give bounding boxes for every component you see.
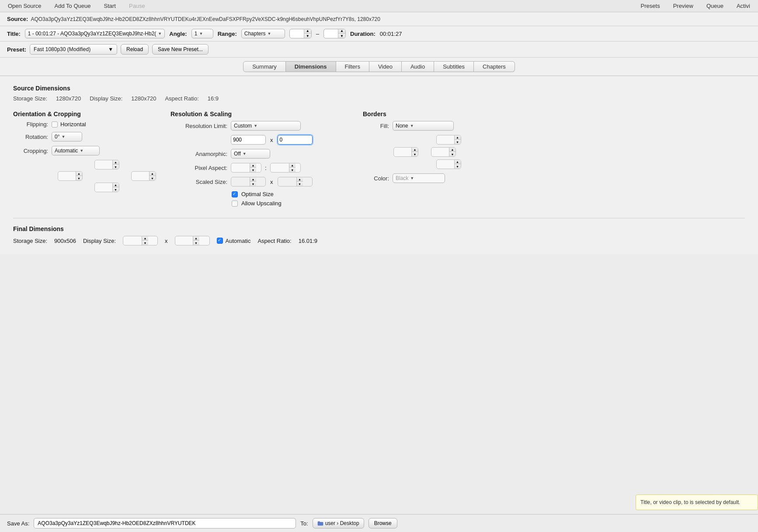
- pixel-h-down[interactable]: ▼: [289, 168, 296, 173]
- range-start-input[interactable]: 1: [290, 31, 304, 37]
- preset-dropdown[interactable]: Fast 1080p30 (Modified) ▼: [30, 44, 117, 55]
- tab-summary[interactable]: Summary: [243, 61, 286, 72]
- crop-top-up[interactable]: ▲: [113, 160, 119, 165]
- crop-left-up[interactable]: ▲: [76, 171, 82, 176]
- tab-subtitles[interactable]: Subtitles: [434, 61, 474, 72]
- range-end-input[interactable]: 1: [324, 31, 338, 37]
- pixel-aspect-label: Pixel Aspect:: [170, 165, 227, 171]
- border-right-input[interactable]: 0: [431, 149, 449, 155]
- menu-presets[interactable]: Presets: [638, 2, 663, 10]
- pixel-h-value[interactable]: 1: [271, 165, 289, 171]
- crop-left-input[interactable]: 0: [58, 173, 76, 179]
- border-right-down[interactable]: ▼: [449, 152, 455, 157]
- crop-right-stepper[interactable]: 0 ▲ ▼: [131, 171, 156, 181]
- border-right-stepper[interactable]: 0 ▲ ▼: [431, 147, 456, 157]
- range-value: Chapters: [244, 31, 266, 37]
- final-h-up[interactable]: ▲: [193, 236, 199, 241]
- optimal-size-checkbox[interactable]: [232, 191, 238, 197]
- range-start-down[interactable]: ▼: [304, 34, 311, 38]
- final-w-down[interactable]: ▼: [142, 241, 148, 245]
- final-w-up[interactable]: ▲: [142, 236, 148, 241]
- pixel-aspect-w-input[interactable]: 1 ▲ ▼: [231, 163, 261, 173]
- final-display-h-stepper[interactable]: 506 ▲ ▼: [175, 236, 210, 245]
- width-input[interactable]: [233, 137, 259, 143]
- range-start-up[interactable]: ▲: [304, 29, 311, 34]
- allow-upscaling-checkbox[interactable]: [232, 200, 238, 207]
- menu-preview[interactable]: Preview: [671, 2, 696, 10]
- resolution-limit-dropdown[interactable]: Custom ▼: [231, 121, 301, 131]
- border-top-input[interactable]: 0: [437, 137, 454, 143]
- menu-add-to-queue[interactable]: Add To Queue: [52, 2, 94, 10]
- tab-audio[interactable]: Audio: [402, 61, 434, 72]
- tab-video[interactable]: Video: [369, 61, 402, 72]
- tab-dimensions[interactable]: Dimensions: [286, 61, 336, 72]
- crop-top-input[interactable]: 0: [95, 162, 112, 168]
- cropping-dropdown[interactable]: Automatic ▼: [52, 146, 100, 155]
- angle-dropdown[interactable]: 1 ▼: [191, 29, 213, 38]
- border-top-stepper[interactable]: 0 ▲ ▼: [436, 135, 461, 145]
- browse-button[interactable]: Browse: [369, 518, 397, 529]
- fill-dropdown[interactable]: None ▼: [393, 121, 454, 131]
- save-filename-input[interactable]: [34, 518, 296, 529]
- pixel-h-up[interactable]: ▲: [289, 163, 296, 168]
- border-left-down[interactable]: ▼: [412, 152, 418, 157]
- pixel-aspect-h-input[interactable]: 1 ▲ ▼: [270, 163, 301, 173]
- crop-bottom-stepper[interactable]: 0 ▲ ▼: [94, 183, 119, 192]
- crop-bottom-input[interactable]: 0: [95, 184, 112, 190]
- save-new-preset-button[interactable]: Save New Preset...: [152, 44, 209, 55]
- horizontal-checkbox[interactable]: [52, 121, 58, 128]
- scaled-h-down[interactable]: ▼: [297, 182, 303, 187]
- final-display-w[interactable]: 900: [123, 238, 142, 244]
- range-start-stepper[interactable]: 1 ▲ ▼: [289, 29, 312, 38]
- border-bottom-input[interactable]: 0: [437, 161, 454, 167]
- menu-queue[interactable]: Queue: [704, 2, 726, 10]
- final-display-w-stepper[interactable]: 900 ▲ ▼: [123, 236, 158, 245]
- border-bottom-down[interactable]: ▼: [455, 164, 461, 169]
- border-right-up[interactable]: ▲: [449, 147, 455, 152]
- reload-button[interactable]: Reload: [121, 44, 149, 55]
- chevron-down-icon: ▼: [199, 31, 203, 36]
- crop-right-input[interactable]: 0: [132, 173, 149, 179]
- border-left-up[interactable]: ▲: [412, 147, 418, 152]
- menu-start[interactable]: Start: [101, 2, 118, 10]
- range-end-down[interactable]: ▼: [338, 34, 345, 38]
- tab-filters[interactable]: Filters: [336, 61, 369, 72]
- menu-activity[interactable]: Activi: [734, 2, 753, 10]
- crop-top-down[interactable]: ▼: [113, 165, 119, 169]
- color-dropdown[interactable]: Black ▼: [393, 173, 445, 183]
- scaled-w-up[interactable]: ▲: [250, 177, 256, 182]
- automatic-checkbox[interactable]: [217, 238, 223, 244]
- pixel-w-value[interactable]: 1: [231, 165, 250, 171]
- source-dims-info: Storage Size: 1280x720 Display Size: 128…: [13, 95, 745, 102]
- range-dropdown[interactable]: Chapters ▼: [241, 29, 285, 38]
- scaled-h-up[interactable]: ▲: [297, 177, 303, 182]
- crop-left-down[interactable]: ▼: [76, 176, 82, 181]
- tab-chapters[interactable]: Chapters: [474, 61, 515, 72]
- range-end-stepper[interactable]: 1 ▲ ▼: [323, 29, 346, 38]
- menu-open-source[interactable]: Open Source: [5, 2, 44, 10]
- anamorphic-dropdown[interactable]: Off ▼: [231, 149, 270, 159]
- crop-left-stepper[interactable]: 0 ▲ ▼: [58, 171, 83, 181]
- crop-top-stepper[interactable]: 0 ▲ ▼: [94, 160, 119, 169]
- range-end-up[interactable]: ▲: [338, 29, 345, 34]
- pixel-w-down[interactable]: ▼: [250, 168, 256, 173]
- border-left-input[interactable]: 0: [394, 149, 411, 155]
- pixel-w-up[interactable]: ▲: [250, 163, 256, 168]
- rotation-dropdown[interactable]: 0° ▼: [52, 132, 82, 142]
- border-top-up[interactable]: ▲: [455, 135, 461, 140]
- height-input[interactable]: [280, 137, 306, 143]
- path-button[interactable]: user › Desktop: [313, 518, 364, 529]
- crop-right-up[interactable]: ▲: [150, 171, 156, 176]
- scaled-x-separator: x: [268, 179, 275, 185]
- border-top-down[interactable]: ▼: [455, 140, 461, 145]
- menu-pause[interactable]: Pause: [126, 2, 148, 10]
- final-h-down[interactable]: ▼: [193, 241, 199, 245]
- title-dropdown[interactable]: 1 - 00:01:27 - AQO3a3pQy3aYz1ZEQ3EwqbJ9h…: [25, 29, 165, 38]
- crop-right-down[interactable]: ▼: [150, 176, 156, 181]
- crop-bottom-down[interactable]: ▼: [113, 187, 119, 192]
- border-bottom-stepper[interactable]: 0 ▲ ▼: [436, 159, 461, 169]
- border-bottom-up[interactable]: ▲: [455, 159, 461, 164]
- border-left-stepper[interactable]: 0 ▲ ▼: [393, 147, 418, 157]
- crop-bottom-up[interactable]: ▲: [113, 183, 119, 187]
- scaled-w-down[interactable]: ▼: [250, 182, 256, 187]
